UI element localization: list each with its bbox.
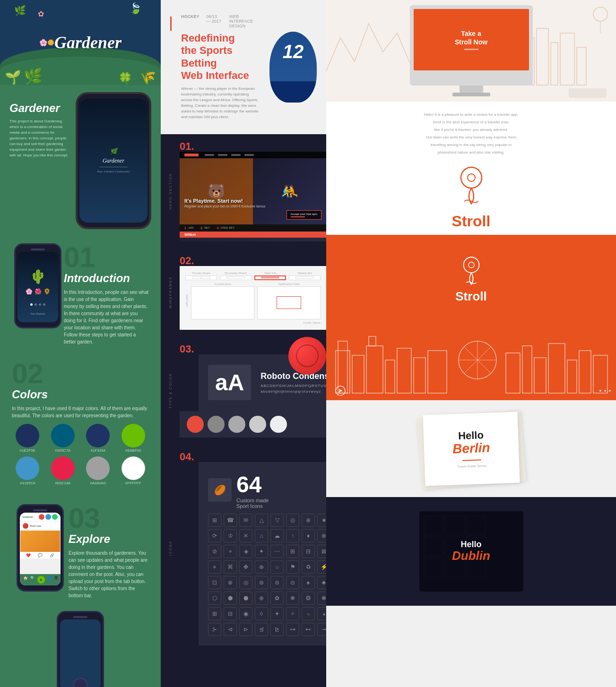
comment-icon[interactable]: 💬 (38, 553, 43, 558)
wf-main-area: Content Area Application Field (191, 283, 321, 319)
section-num-03: 03 (69, 504, 144, 532)
app-tagline: Your Garden Community (97, 170, 130, 173)
color-group-5: #4195C8 (12, 456, 43, 485)
letter-line-4: Our team can write the very honest way e… (426, 135, 516, 139)
explore-header-icons (39, 514, 58, 520)
svg-rect-18 (414, 358, 425, 393)
icon-25: ⋄ (208, 560, 221, 574)
icons-content: 04. 🏉 64 Custom made Sport Icons ⊞ ☎ (180, 452, 326, 645)
nav-link-2 (218, 154, 227, 156)
svg-rect-16 (385, 360, 395, 393)
icon-19: ◈ (239, 545, 252, 558)
circle-white (270, 416, 287, 433)
icon-number: 64 (236, 472, 261, 498)
letter-line-6: photoshoot nature and also star visiting… (438, 150, 504, 155)
like-icon[interactable]: ❤️ (26, 553, 31, 558)
icon-36: ⊛ (255, 576, 268, 589)
gardener-main-title: Gardener (54, 33, 121, 52)
icon-34: ⊗ (224, 576, 237, 589)
wf-label-5: Content Area (191, 283, 254, 285)
search-nav-icon[interactable]: 🔍 (30, 576, 35, 584)
plant-icon-c: 🌻 (43, 288, 51, 295)
svg-rect-17 (397, 348, 411, 393)
section-num-04: 04. (180, 452, 326, 462)
accept-line (291, 216, 305, 217)
letter-line-5: travelling among in the city being very … (431, 143, 512, 147)
paper-front: Hello Berlin Travel Guide Series (423, 412, 520, 486)
circle-gray1 (208, 416, 225, 433)
plant-icon-2: 🍃 (129, 2, 142, 15)
svg-rect-25 (506, 353, 520, 393)
svg-point-9 (463, 257, 479, 273)
svg-marker-33 (339, 389, 343, 393)
gardener-header: 🌸 🌼 🌿 🍃 ✿ 🌱 🌿 🌾 🍀 Gardener (0, 0, 161, 85)
wf-col-1: Primary Board ≡ (185, 272, 217, 280)
phone-notch-3 (33, 509, 47, 511)
bottom-phones (0, 606, 161, 687)
phone-device-2: 🌵 🌸 🌺 🌻 Get Started (14, 243, 61, 328)
swatch-green (121, 424, 145, 447)
plant-icon-5: 🌾 (139, 69, 156, 85)
icon-30: ⚑ (286, 560, 299, 574)
svg-rect-12 (338, 341, 347, 393)
icon-14: ↑ (286, 529, 299, 542)
icon-61: ⊵ (270, 623, 284, 636)
soccer-ball (288, 337, 326, 375)
wf-label-3: Table Info (254, 272, 286, 275)
app-title-text: Gardener (103, 157, 124, 164)
icon-63: ⊷ (302, 623, 315, 636)
stroll-pin-svg (452, 163, 490, 206)
color-group-6: #E8214A (47, 456, 79, 485)
monitor-section: Take a Stroll Now (326, 0, 616, 102)
explore-user-row: Rose Love (20, 522, 61, 530)
monitor-frame: Take a Stroll Now (410, 5, 533, 96)
font-info: Roboto Condensed ABCDEFGHIJKLMNOPQRSTUVW… (260, 371, 326, 394)
add-button[interactable]: + (37, 576, 45, 584)
plant-icons-row: 🌸 🌺 🌻 (26, 288, 51, 295)
icon-2: ☎ (224, 514, 237, 527)
color-group-4: #6ABF00 (118, 424, 149, 453)
flower-icon-3: ✿ (38, 9, 44, 18)
icon-17: ⊘ (208, 545, 221, 558)
hello-dublin-text: Hello (452, 540, 490, 549)
nav-links (205, 154, 254, 156)
explore-section: Gardener Rose Love (0, 497, 161, 606)
color-label-8: #FFFFFF (118, 481, 149, 485)
icons-header: 🏉 64 Custom made Sport Icons (208, 472, 326, 509)
wf-col-3: Table Info (254, 272, 286, 280)
svg-rect-26 (522, 346, 532, 393)
user-name-mini: Rose Love (30, 524, 41, 527)
share-icon[interactable]: 🔗 (50, 553, 54, 558)
section-icons: ICONS 04. 🏉 64 Custom made Sport Icons (161, 445, 326, 653)
color-group-7: #A0A0A0 (82, 456, 114, 485)
home-icon[interactable]: 🏠 (23, 576, 28, 584)
swatch-teal (51, 424, 75, 447)
user-avatar-2 (45, 514, 51, 520)
icon-29: ☼ (270, 560, 284, 574)
berlin-subtext: Travel Guide Series (457, 464, 486, 468)
dot-2 (35, 303, 37, 306)
accept-bet-box[interactable]: Accept your free spin (286, 210, 321, 220)
typography-content: 03. aA Roboto Condensed ABCDEFGHIJKLMNOP… (180, 344, 326, 438)
stroll-white-brand: Stroll (455, 289, 486, 304)
svg-rect-38 (445, 516, 464, 535)
icon-18: ⌖ (224, 545, 237, 558)
wf-footer-label: Footer Space (185, 321, 321, 324)
person-icon[interactable]: 👤 (47, 576, 52, 584)
bet-label-1: JAN (188, 226, 193, 229)
dot-4 (43, 303, 45, 306)
svg-rect-4 (577, 47, 586, 85)
user-avatar-3 (52, 514, 58, 520)
explore-row: Gardener Rose Love (12, 504, 149, 599)
icon-9: ⟳ (208, 529, 221, 542)
menu-icon[interactable]: ☰ (54, 576, 58, 584)
sports-desc: Winner — the strong player in the Europe… (181, 86, 260, 120)
icon-56: ⬧ (317, 607, 326, 620)
circle-red (187, 416, 204, 433)
svg-rect-1 (537, 28, 548, 85)
svg-rect-15 (369, 336, 376, 346)
icon-4: △ (255, 514, 268, 527)
icon-40: ♣ (317, 576, 326, 589)
icon-59: ⊳ (239, 623, 252, 636)
stroll-pin-white-svg (457, 254, 486, 287)
